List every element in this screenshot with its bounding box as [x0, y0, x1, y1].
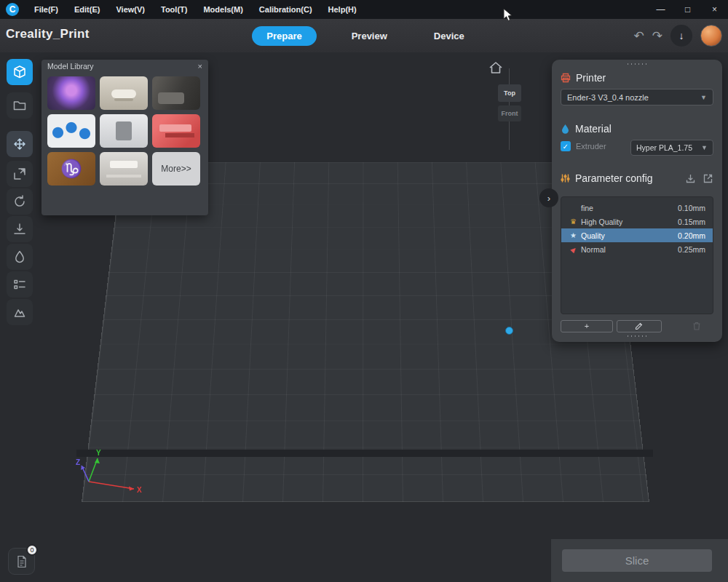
close-button[interactable]: × [701, 0, 728, 19]
tab-device[interactable]: Device [422, 26, 476, 46]
printer-icon [561, 73, 571, 83]
material-select[interactable]: Hyper PLA_1.75 ▼ [630, 140, 713, 156]
move-tool-button[interactable] [7, 131, 33, 157]
model-thumb-fidget-spinners[interactable] [47, 114, 95, 148]
slice-bar: Slice [551, 539, 728, 582]
cube-icon [12, 65, 27, 79]
paint-tool-button[interactable] [7, 244, 33, 270]
open-file-button[interactable] [7, 92, 33, 119]
model-library-close-icon[interactable]: × [198, 62, 202, 71]
preset-row-fine[interactable]: fine 0.10mm [561, 201, 713, 215]
build-plate-object-dot[interactable] [505, 327, 513, 335]
extruder-label: Extruder [576, 142, 606, 151]
preset-row-high-quality[interactable]: ♛ High Quality 0.15mm [561, 215, 713, 228]
lay-flat-icon [12, 222, 27, 236]
panel-resize-handle[interactable] [626, 335, 648, 338]
quality-star-icon: ★ [569, 231, 578, 239]
lay-flat-tool-button[interactable] [7, 216, 33, 242]
tool-sidebar [7, 59, 33, 325]
object-list-button[interactable] [7, 271, 33, 298]
model-thumb-controller-stand[interactable] [100, 114, 148, 148]
menu-help[interactable]: Help(H) [320, 0, 365, 19]
preset-name: Normal [581, 245, 606, 254]
preset-row-normal[interactable]: ▶ Normal 0.25mm [561, 242, 713, 256]
move-icon [12, 137, 27, 151]
model-library-title: Model Library [47, 62, 94, 71]
material-section-title: Material [575, 123, 612, 135]
paint-drop-icon [12, 250, 27, 264]
support-tool-button[interactable] [7, 299, 33, 325]
menu-edit[interactable]: Edit(E) [66, 0, 108, 19]
minimize-button[interactable]: — [647, 0, 674, 19]
menu-view[interactable]: View(V) [108, 0, 153, 19]
printer-select-value: Ender-3 V3_0.4 nozzle [567, 93, 649, 102]
preset-name: High Quality [581, 218, 622, 226]
collapse-chevron-icon: › [547, 193, 550, 204]
model-library-panel: Model Library × ♑ More>> [41, 60, 208, 215]
redo-icon[interactable]: ↷ [652, 30, 662, 42]
scale-icon [12, 167, 27, 181]
printer-select[interactable]: Ender-3 V3_0.4 nozzle ▼ [561, 89, 713, 105]
model-thumb-stool[interactable] [100, 152, 148, 186]
view-top-button[interactable]: Top [498, 84, 521, 102]
mouse-cursor [503, 8, 513, 23]
model-thumb-capricorn-plaque[interactable]: ♑ [47, 152, 95, 186]
preset-layer-height: 0.25mm [678, 245, 705, 254]
extruder-checkbox[interactable]: ✓ [561, 141, 571, 151]
axis-indicator: X Y Z [73, 393, 146, 495]
import-preset-icon[interactable] [685, 173, 696, 184]
edit-preset-button[interactable] [617, 320, 662, 332]
menu-calibration[interactable]: Calibration(C) [251, 0, 320, 19]
preset-layer-height: 0.20mm [678, 231, 705, 240]
tab-preview[interactable]: Preview [340, 26, 399, 46]
preset-row-quality[interactable]: ★ Quality 0.20mm [561, 228, 713, 242]
material-select-value: Hyper PLA_1.75 [636, 143, 692, 152]
edit-icon [635, 322, 644, 330]
user-avatar[interactable] [700, 25, 722, 47]
parameter-config-title: Parameter config [575, 172, 653, 184]
material-drop-icon [561, 124, 570, 134]
home-view-icon[interactable] [488, 61, 503, 74]
model-thumb-skeleton-dog[interactable] [100, 76, 148, 110]
panel-collapse-button[interactable]: › [539, 188, 558, 207]
rotate-tool-button[interactable] [7, 188, 33, 215]
preset-layer-height: 0.10mm [678, 204, 705, 212]
file-count-badge: 0 [26, 544, 38, 556]
download-icon: ↓ [679, 30, 684, 41]
slice-button[interactable]: Slice [562, 549, 712, 572]
menu-bar: C File(F) Edit(E) View(V) Tool(T) Models… [0, 0, 728, 19]
object-list-icon [12, 277, 27, 292]
model-thumb-ufo[interactable] [47, 76, 95, 110]
crown-icon: ♛ [569, 218, 578, 226]
panel-drag-handle[interactable] [626, 63, 648, 65]
maximize-button[interactable]: □ [674, 0, 701, 19]
add-model-button[interactable] [7, 59, 33, 85]
menu-tool[interactable]: Tool(T) [153, 0, 195, 19]
export-preset-icon[interactable] [703, 173, 713, 184]
preset-name: fine [581, 204, 593, 212]
svg-text:X: X [137, 486, 142, 494]
delete-preset-icon[interactable] [692, 321, 702, 331]
undo-icon[interactable]: ↶ [634, 30, 644, 42]
trash-icon [692, 321, 702, 331]
document-icon [16, 555, 28, 568]
app-logo-icon: C [6, 3, 19, 16]
model-thumb-pink-gun[interactable] [152, 114, 200, 148]
rotate-icon [12, 194, 27, 209]
scale-tool-button[interactable] [7, 161, 33, 187]
printer-settings-panel: Printer Ender-3 V3_0.4 nozzle ▼ Material… [552, 60, 722, 342]
download-button[interactable]: ↓ [670, 25, 692, 47]
add-preset-button[interactable]: + [561, 320, 613, 332]
chevron-down-icon: ▼ [700, 94, 707, 101]
model-thumb-sofa[interactable] [152, 76, 200, 110]
preset-name: Quality [581, 231, 605, 240]
menu-models[interactable]: Models(M) [195, 0, 250, 19]
menu-file[interactable]: File(F) [26, 0, 66, 19]
model-library-header: Model Library × [41, 60, 208, 73]
tab-prepare[interactable]: Prepare [252, 26, 316, 46]
svg-text:Z: Z [76, 458, 80, 466]
mode-tabs: Prepare Preview Device [0, 19, 728, 52]
view-front-button[interactable]: Front [498, 105, 521, 121]
model-library-more-button[interactable]: More>> [152, 152, 200, 186]
capricorn-icon: ♑ [60, 159, 82, 179]
